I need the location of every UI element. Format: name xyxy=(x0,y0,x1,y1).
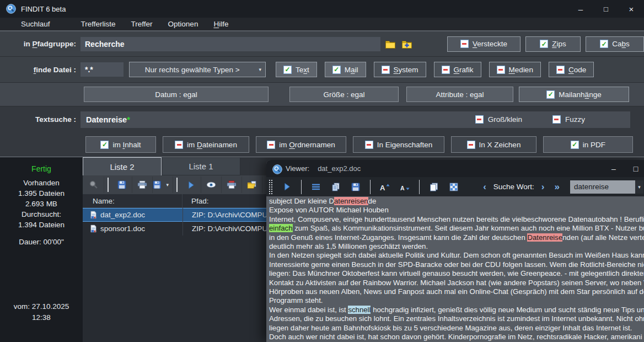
viewer-text-line: subject Der kleine Datenreisende xyxy=(269,197,644,206)
save-menu-icon[interactable]: ▾ xyxy=(153,177,173,193)
viewer-text-line: Programm steht. xyxy=(269,296,644,305)
all-hits-icon[interactable]: » xyxy=(550,181,565,193)
save-icon[interactable] xyxy=(112,177,132,193)
font-down-icon[interactable]: A xyxy=(395,179,415,195)
menu-item-trefferliste[interactable]: Trefferliste xyxy=(73,20,124,28)
drag-handle[interactable] xyxy=(269,179,273,195)
folder-icon[interactable] xyxy=(383,38,397,51)
textsearch-input[interactable]: Datenreise * Groß/kleinFuzzy xyxy=(80,111,630,128)
folder-open-icon[interactable] xyxy=(242,177,262,193)
font-up-icon[interactable]: A xyxy=(375,179,395,195)
pathgroup-input[interactable]: Recherche xyxy=(80,37,380,51)
check-text[interactable]: ✓Text xyxy=(276,62,317,77)
search-word-dropdown[interactable]: datenreise xyxy=(570,180,635,194)
folder-plus-icon[interactable] xyxy=(400,38,414,51)
textsearch-value: Datenreise xyxy=(86,115,127,124)
wildcard-marker: * xyxy=(127,115,130,124)
file-name: dat_exp2.doc xyxy=(83,211,183,219)
unchecked-checkbox-icon xyxy=(365,141,373,149)
filter-button-attribute-egal[interactable]: Attribute : egal xyxy=(406,87,513,102)
check-medien[interactable]: Medien xyxy=(489,62,541,77)
tab-liste-1[interactable]: Liste 1 xyxy=(162,157,240,175)
viewer-text-line: liegen daher heute am Bahnhofskiosk bis … xyxy=(269,324,644,333)
status-date: vom: 27.10.2025 12:38 xyxy=(0,301,83,323)
viewer-window: Viewer: dat_exp2.doc – □ AA ‹ Suche Wort… xyxy=(266,160,644,342)
search-word-label: Suche Wort: xyxy=(491,183,536,191)
next-hit-icon[interactable]: › xyxy=(536,181,550,193)
check-in-eigenschaften[interactable]: In Eigenschaften xyxy=(353,136,444,153)
viewer-text-line: Doch auch wer nicht dabei ist, hat schon… xyxy=(269,333,644,341)
check-system[interactable]: System xyxy=(374,62,426,77)
file-pattern-input[interactable]: *.* xyxy=(80,62,124,77)
play-icon[interactable] xyxy=(277,179,297,195)
check-grafik[interactable]: Grafik xyxy=(434,62,481,77)
viewer-text-content[interactable]: subject Der kleine DatenreisendeExpose v… xyxy=(266,196,644,342)
window-controls: – □ × xyxy=(568,0,644,18)
print-red-icon[interactable] xyxy=(222,177,242,193)
viewer-text-line: Interessierte gerne einen Besuch in der … xyxy=(269,260,644,269)
content-area: Fertig Vorhanden 1.395 Dateien 2.693 MB … xyxy=(0,157,644,342)
check-im-dateinamen[interactable]: im Dateinamen xyxy=(163,136,249,153)
type-filter-label: Nur rechts gewählte Typen > xyxy=(130,66,255,74)
menu-item-suchlauf[interactable]: Suchlauf xyxy=(13,20,58,28)
save-icon[interactable] xyxy=(346,179,366,195)
check-versteckte[interactable]: Versteckte xyxy=(447,36,520,52)
menu-item-optionen[interactable]: Optionen xyxy=(160,20,206,28)
checked-checkbox-icon: ✓ xyxy=(332,66,341,74)
column-name[interactable]: Name: xyxy=(83,194,183,207)
viewer-file-name: dat_exp2.doc xyxy=(318,164,361,173)
check-im-ordnernamen[interactable]: im Ordnernamen xyxy=(256,136,346,153)
pathgroup-checks: Versteckte✓Zips✓Cabs xyxy=(447,36,644,52)
prev-hit-icon[interactable]: ‹ xyxy=(478,181,491,193)
unchecked-checkbox-icon xyxy=(556,66,565,74)
status-state: Fertig xyxy=(0,164,83,173)
column-path[interactable]: Pfad: xyxy=(183,197,209,205)
menu-item-hilfe[interactable]: Hilfe xyxy=(206,20,236,28)
pathgroup-row: in Pfadgruppe: Recherche Versteckte✓Zips… xyxy=(0,31,644,57)
print-icon[interactable] xyxy=(132,177,153,193)
pages-icon[interactable] xyxy=(424,179,444,195)
check-gro-klein[interactable]: Groß/klein xyxy=(475,115,522,124)
filter-button-gr-e-egal[interactable]: Größe : egal xyxy=(289,87,399,102)
menu-item-treffer[interactable]: Treffer xyxy=(124,20,160,28)
viewer-minimize-button[interactable]: – xyxy=(603,160,625,177)
type-filter-dropdown[interactable]: Nur rechts gewählte Typen > ▾ xyxy=(129,62,266,77)
viewer-title-bar: Viewer: dat_exp2.doc – □ xyxy=(266,160,644,177)
grid-icon[interactable] xyxy=(444,179,464,195)
tab-liste-2[interactable]: Liste 2 xyxy=(83,157,162,175)
check-in-pdf[interactable]: ✓in PDF xyxy=(543,136,633,153)
check-fuzzy[interactable]: Fuzzy xyxy=(552,115,585,124)
check-code[interactable]: Code xyxy=(549,62,594,77)
viewer-text-line: liegen: Das Münchner Oktoberfest kann vi… xyxy=(269,269,644,278)
unchecked-checkbox-icon xyxy=(175,141,183,149)
status-size-total: 2.693 MB xyxy=(0,199,83,209)
viewer-text-line: Wer einmal dabei ist, ist schnell hochgr… xyxy=(269,306,644,314)
unchecked-checkbox-icon xyxy=(460,40,469,48)
viewer-text-line: In den Netzen spiegelt sich dabei aktuel… xyxy=(269,251,644,260)
viewer-window-controls: – □ xyxy=(603,160,644,177)
maximize-button[interactable]: □ xyxy=(593,0,619,18)
play-icon[interactable] xyxy=(181,177,201,193)
chevron-down-icon[interactable]: ▾ xyxy=(635,180,643,194)
viewer-text-line: Adressen, die zu besuchen sich lohnt. Ei… xyxy=(269,314,644,323)
check-im-inhalt[interactable]: ✓im Inhalt xyxy=(85,136,156,153)
check-mail[interactable]: ✓Mail xyxy=(325,62,366,77)
file-type-checks: ✓Text✓MailSystemGrafikMedienCode xyxy=(276,62,594,77)
viewer-maximize-button[interactable]: □ xyxy=(625,160,644,177)
lines-icon[interactable] xyxy=(306,179,326,195)
textsearch-options: Groß/kleinFuzzy xyxy=(475,115,585,124)
minimize-button[interactable]: – xyxy=(568,0,593,18)
check-in-x-zeichen[interactable]: In X Zeichen xyxy=(451,136,536,153)
eye-icon[interactable] xyxy=(201,177,222,193)
scope-row: ✓im Inhaltim Dateinamenim OrdnernamenIn … xyxy=(0,132,644,157)
status-searched-label: Durchsucht: xyxy=(0,209,83,220)
search-icon[interactable] xyxy=(84,177,104,193)
unchecked-checkbox-icon xyxy=(382,66,390,74)
check-mailanh-nge[interactable]: ✓Mailanhänge xyxy=(519,87,629,102)
window-title: FINDIT 6 beta xyxy=(21,5,66,13)
filter-button-datum-egal[interactable]: Datum : egal xyxy=(84,87,269,102)
copy-icon[interactable] xyxy=(326,179,346,195)
check-zips[interactable]: ✓Zips xyxy=(525,36,581,52)
check-cabs[interactable]: ✓Cabs xyxy=(586,36,644,52)
close-button[interactable]: × xyxy=(619,0,644,18)
